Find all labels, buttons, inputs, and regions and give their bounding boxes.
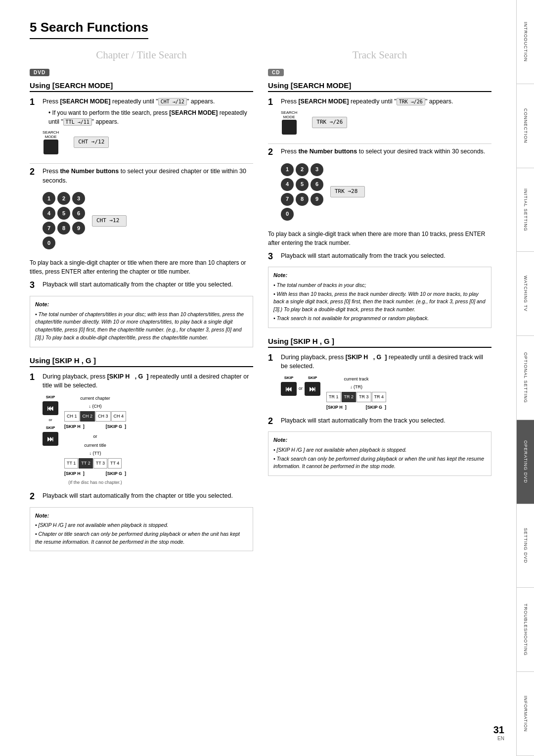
right-step-3-num: 3 xyxy=(268,251,277,262)
track-search-heading: Track Search xyxy=(268,49,491,61)
cd-badge: CD xyxy=(268,69,284,76)
left-skip-heading: Using [SKIP H , G ] xyxy=(30,356,253,367)
left-step-2-content: Press the Number buttons to select your … xyxy=(43,167,253,254)
right-skip-step-2-num: 2 xyxy=(268,416,277,427)
right-search-mode-section: Using [SEARCH MODE] 1 Press [SEARCH MODE… xyxy=(268,81,491,328)
search-mode-button-right[interactable] xyxy=(282,120,297,135)
right-sidebar: INTRODUCTION CONNECTION INITIAL SETTING … xyxy=(516,0,534,756)
right-step-1: 1 Press [SEARCH MODE] repeatedly until "… xyxy=(268,97,491,139)
left-skip-step-2: 2 Playback will start automatically from… xyxy=(30,491,253,502)
right-skip-step-1-num: 1 xyxy=(268,353,277,364)
search-mode-button-left[interactable] xyxy=(44,140,58,154)
left-step3-text: To play back a single-digit chapter or t… xyxy=(30,258,253,276)
right-skip-step-2-content: Playback will start automatically from t… xyxy=(281,416,491,425)
page-title: 5 Search Functions xyxy=(30,20,148,39)
number-grid-right: 1 2 3 4 5 6 7 8 9 0 xyxy=(281,163,323,221)
left-skip-note: Note: [SKIP H /G ] are not available whe… xyxy=(30,507,253,552)
number-grid-left: 1 2 3 4 5 6 7 8 9 0 xyxy=(43,192,85,249)
left-step-1-num: 1 xyxy=(30,97,39,108)
skip-next-button-right[interactable]: ⏭ xyxy=(305,382,320,396)
page-number: 31 xyxy=(493,724,504,736)
page-number-area: 31 EN xyxy=(493,724,504,741)
sidebar-optional-setting: OPTIONAL SETTING xyxy=(517,336,534,420)
right-step-2-content: Press the Number buttons to select your … xyxy=(281,147,491,225)
right-skip-section: Using [SKIP H , G ] 1 During playback, p… xyxy=(268,337,491,476)
left-search-mode-heading: Using [SEARCH MODE] xyxy=(30,81,253,92)
skip-next-button-left[interactable]: ⏭ xyxy=(43,432,58,446)
sidebar-watching-tv: WATCHING TV xyxy=(517,252,534,336)
right-step-2-num: 2 xyxy=(268,147,277,158)
right-skip-note: Note: [SKIP H /G ] are not available whe… xyxy=(268,431,491,476)
sidebar-setting-dvd: SETTING DVD xyxy=(517,504,534,588)
right-skip-heading: Using [SKIP H , G ] xyxy=(268,337,491,348)
right-search-note: Note: The total number of tracks in your… xyxy=(268,267,491,328)
left-skip-step-1: 1 During playback, press [SKIP H , G ] r… xyxy=(30,372,253,486)
chapter-title-heading: Chapter / Title Search xyxy=(30,49,253,61)
right-step-1-content: Press [SEARCH MODE] repeatedly until "TR… xyxy=(281,97,491,139)
right-step-1-num: 1 xyxy=(268,97,277,108)
page-lang: EN xyxy=(493,736,504,741)
left-search-note: Note: The total number of chapters/title… xyxy=(30,296,253,347)
skip-prev-button-left[interactable]: ⏮ xyxy=(43,401,58,415)
right-column: Track Search CD Using [SEARCH MODE] 1 Pr… xyxy=(268,49,491,551)
left-step-2: 2 Press the Number buttons to select you… xyxy=(30,167,253,254)
left-step-2-num: 2 xyxy=(30,167,39,178)
sidebar-initial-setting: INITIAL SETTING xyxy=(517,168,534,252)
left-step-1: 1 Press [SEARCH MODE] repeatedly until "… xyxy=(30,97,253,158)
right-skip-step-1-content: During playback, press [SKIP H , G ] rep… xyxy=(281,353,491,411)
left-skip-step-2-num: 2 xyxy=(30,491,39,502)
left-step-4: 3 Playback will start automatically from… xyxy=(30,280,253,291)
left-skip-section: Using [SKIP H , G ] 1 During playback, p… xyxy=(30,356,253,552)
left-step-1-content: Press [SEARCH MODE] repeatedly until "CH… xyxy=(43,97,253,158)
left-step-4-content: Playback will start automatically from t… xyxy=(43,280,253,289)
sidebar-troubleshooting: TROUBLESHOOTING xyxy=(517,588,534,672)
dvd-badge: DVD xyxy=(30,69,49,76)
left-column: Chapter / Title Search DVD Using [SEARCH… xyxy=(30,49,253,551)
left-skip-step-1-content: During playback, press [SKIP H , G ] rep… xyxy=(43,372,253,486)
right-step-2: 2 Press the Number buttons to select you… xyxy=(268,147,491,225)
skip-prev-button-right[interactable]: ⏮ xyxy=(281,382,297,396)
right-step-3-content: Playback will start automatically from t… xyxy=(281,251,491,261)
right-skip-step-2: 2 Playback will start automatically from… xyxy=(268,416,491,427)
right-search-mode-heading: Using [SEARCH MODE] xyxy=(268,81,491,92)
left-skip-step-1-num: 1 xyxy=(30,372,39,383)
left-search-mode-section: Using [SEARCH MODE] 1 Press [SEARCH MODE… xyxy=(30,81,253,347)
right-step3-text: To play back a single-digit track when t… xyxy=(268,230,491,247)
right-step-3: 3 Playback will start automatically from… xyxy=(268,251,491,262)
sidebar-introduction: INTRODUCTION xyxy=(517,0,534,84)
left-step-4-num: 3 xyxy=(30,280,39,291)
sidebar-operating-dvd: OPERATING DVD xyxy=(517,420,534,504)
right-skip-step-1: 1 During playback, press [SKIP H , G ] r… xyxy=(268,353,491,411)
sidebar-connection: CONNECTION xyxy=(517,84,534,168)
left-skip-step-2-content: Playback will start automatically from t… xyxy=(43,491,253,501)
sidebar-information: INFORMATION xyxy=(517,672,534,756)
